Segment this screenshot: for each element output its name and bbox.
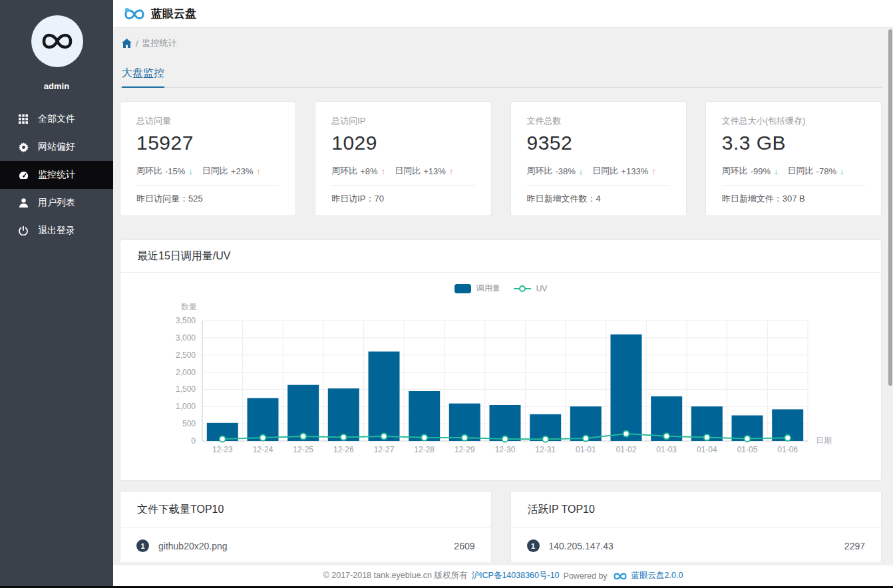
chart-card: 最近15日调用量/UV 调用量 UV 数量 05001,0001,5002,00… <box>120 239 882 481</box>
stat-footer: 昨日访问量：525 <box>136 193 279 205</box>
trend-week-value: -38% <box>556 166 576 176</box>
y-tick-label: 3,500 <box>120 316 196 325</box>
trend-up-icon: ↑ <box>651 166 656 176</box>
x-tick-label: 01-05 <box>727 445 768 454</box>
sidebar: admin 全部文件 网站偏好 监控统计 <box>0 0 113 588</box>
stat-card-total-files: 文件总数 9352 周环比 -38% ↓ 日同比 +133% ↑ 昨日新增文件数… <box>510 101 687 216</box>
trend-day-label: 日同比 <box>592 165 618 177</box>
divider <box>331 185 474 186</box>
trend-week-value: -15% <box>165 166 185 176</box>
trend-down-icon: ↓ <box>840 166 844 176</box>
trend-week-label: 周环比 <box>527 165 553 177</box>
line-point[interactable] <box>745 436 751 442</box>
icp-link[interactable]: 沪ICP备14038360号-10 <box>472 570 560 581</box>
header-brand[interactable]: 蓝眼云盘 <box>123 5 196 23</box>
legend-label: UV <box>536 284 548 293</box>
y-axis-ticks: 05001,0001,5002,0002,5003,0003,500 <box>120 321 196 441</box>
x-tick-label: 12-26 <box>323 445 364 454</box>
sidebar-item-preferences[interactable]: 网站偏好 <box>0 133 113 161</box>
scrollbar-thumb[interactable] <box>888 29 892 386</box>
legend-item-line[interactable]: UV <box>514 284 548 293</box>
stat-footer-value: 307 B <box>783 194 805 204</box>
line-point[interactable] <box>502 436 508 442</box>
x-tick-label: 01-02 <box>606 445 647 454</box>
sidebar-menu: 全部文件 网站偏好 监控统计 用户列表 <box>0 105 113 245</box>
trend-week-label: 周环比 <box>136 165 162 177</box>
divider <box>722 185 865 186</box>
line-point[interactable] <box>704 434 710 440</box>
stat-label: 文件总数 <box>527 115 670 127</box>
chart-title: 最近15日调用量/UV <box>137 249 230 263</box>
grid-icon <box>18 114 29 124</box>
list-item: 1 github20x20.png 2609 <box>120 527 491 562</box>
x-tick-label: 01-04 <box>687 445 727 454</box>
y-tick-label: 1,500 <box>120 384 196 394</box>
x-tick-label: 12-27 <box>364 445 405 454</box>
chart-plot <box>202 321 808 441</box>
sidebar-item-label: 网站偏好 <box>38 141 75 153</box>
line-point[interactable] <box>341 434 347 440</box>
ip-address: 140.205.147.43 <box>549 541 614 551</box>
rank-badge: 1 <box>527 539 540 552</box>
line-point[interactable] <box>260 435 266 441</box>
stat-cards-row: 总访问量 15927 周环比 -15% ↓ 日同比 +23% ↑ 昨日访问量：5… <box>120 101 882 216</box>
trend-week-value: +8% <box>360 166 377 176</box>
tab-dashboard-monitor[interactable]: 大盘监控 <box>122 67 164 88</box>
sidebar-item-logout[interactable]: 退出登录 <box>0 217 113 245</box>
brand-logo-icon <box>123 5 146 23</box>
x-tick-label: 12-25 <box>283 445 323 454</box>
trend-week-label: 周环比 <box>722 165 748 177</box>
stat-footer: 昨日新增文件：307 B <box>722 193 865 205</box>
list-title: 文件下载量TOP10 <box>120 492 491 527</box>
rank-badge: 1 <box>136 539 149 552</box>
trend-day-value: +13% <box>423 166 446 176</box>
product-link[interactable]: 蓝眼云盘2.0.0 <box>631 570 683 581</box>
legend-label: 调用量 <box>476 283 500 294</box>
bar[interactable] <box>287 385 319 441</box>
line-point[interactable] <box>663 433 669 439</box>
bar[interactable] <box>409 391 440 441</box>
x-tick-label: 12-28 <box>404 445 445 454</box>
file-name: github20x20.png <box>158 541 228 551</box>
x-axis-ticks: 12-2312-2412-2512-2612-2712-2812-2912-30… <box>202 445 808 456</box>
line-point[interactable] <box>421 434 427 440</box>
x-tick-label: 01-06 <box>767 445 808 454</box>
list-item: 1 140.205.147.43 2297 <box>511 527 882 562</box>
sidebar-item-all-files[interactable]: 全部文件 <box>0 105 113 133</box>
stat-trend: 周环比 -99% ↓ 日同比 -78% ↓ <box>722 165 865 177</box>
bar[interactable] <box>611 335 642 441</box>
stat-card-total-visits: 总访问量 15927 周环比 -15% ↓ 日同比 +23% ↑ 昨日访问量：5… <box>120 101 296 216</box>
line-point[interactable] <box>583 436 589 442</box>
bar[interactable] <box>369 352 400 442</box>
trend-week-value: -99% <box>751 166 771 176</box>
sidebar-item-users[interactable]: 用户列表 <box>0 189 113 217</box>
line-point[interactable] <box>220 436 226 442</box>
top-lists-row: 文件下载量TOP10 1 github20x20.png 2609 活跃IP T… <box>120 491 882 562</box>
bar[interactable] <box>328 388 359 441</box>
trend-week-label: 周环比 <box>331 165 357 177</box>
trend-day-value: +133% <box>621 166 648 176</box>
stat-card-total-ips: 总访问IP 1029 周环比 +8% ↑ 日同比 +13% ↑ 昨日访IP：70 <box>315 101 491 216</box>
legend-line-swatch-icon <box>514 285 531 292</box>
x-tick-label: 01-01 <box>566 445 606 454</box>
sidebar-item-label: 退出登录 <box>38 225 75 237</box>
trend-down-icon: ↓ <box>579 166 584 176</box>
breadcrumb: / 监控统计 <box>122 37 177 49</box>
copyright-text: © 2017-2018 tank.eyeblue.cn 版权所有 <box>323 570 468 581</box>
line-point[interactable] <box>300 434 306 440</box>
infinity-logo-icon <box>40 30 75 53</box>
y-tick-label: 3,000 <box>120 333 196 343</box>
footer-logo-icon <box>613 571 627 581</box>
y-tick-label: 1,000 <box>120 402 196 411</box>
sidebar-item-monitoring[interactable]: 监控统计 <box>0 161 113 189</box>
divider <box>120 272 881 273</box>
line-point[interactable] <box>624 431 629 437</box>
home-icon[interactable] <box>122 39 132 48</box>
legend-item-bar[interactable]: 调用量 <box>454 283 500 294</box>
line-point[interactable] <box>462 435 468 441</box>
line-point[interactable] <box>542 436 548 442</box>
line-point[interactable] <box>381 434 387 440</box>
sidebar-item-label: 监控统计 <box>38 169 75 181</box>
chart-plot-svg <box>202 321 808 441</box>
line-point[interactable] <box>785 435 791 441</box>
